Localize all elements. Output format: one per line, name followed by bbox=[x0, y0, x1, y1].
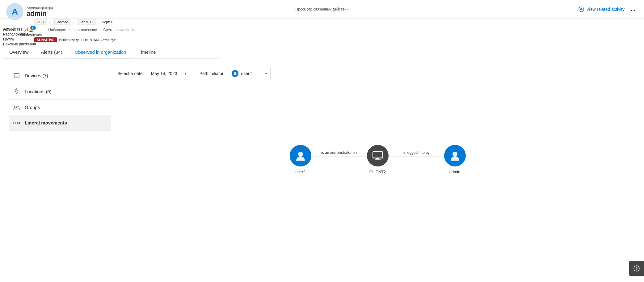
sidebar-item-groups[interactable]: Groups bbox=[9, 100, 111, 115]
graph-node-admin[interactable]: admin bbox=[444, 145, 466, 174]
admin-label: admin bbox=[449, 170, 460, 174]
sidebar-locations-label: Locations (0) bbox=[25, 89, 52, 94]
dept-label: Dept: IT bbox=[102, 20, 114, 24]
user2-circle bbox=[290, 145, 311, 166]
top-right-actions: View related activity ... bbox=[579, 5, 638, 14]
graph-node-user2[interactable]: user2 bbox=[290, 145, 311, 174]
path-user-value: user2 bbox=[241, 71, 252, 76]
location-icon bbox=[13, 88, 20, 95]
admin-icon bbox=[449, 150, 461, 161]
tab-overview[interactable]: Overview bbox=[3, 46, 35, 58]
bg-tab-timeline[interactable]: Временная шкала bbox=[103, 28, 135, 37]
top-center-label: Просмотр связанных действий bbox=[296, 7, 349, 11]
view-related-label: View related activity bbox=[587, 7, 625, 12]
path-filter-group: Path initiator: user2 ▾ bbox=[200, 68, 271, 79]
path-initiator-label: Миниатор пут bbox=[94, 38, 116, 42]
sidebar-groups-label: Groups bbox=[25, 105, 40, 110]
bg-tab-observed-label: Наблюдается в организации bbox=[48, 28, 97, 32]
related-activity-icon bbox=[579, 6, 584, 12]
sidebar-item-lateral[interactable]: Lateral movements bbox=[9, 115, 111, 131]
path-filter-label: Path initiator: bbox=[200, 71, 225, 76]
help-icon: ? bbox=[633, 265, 640, 272]
path-user-avatar bbox=[232, 70, 238, 77]
left-sidebar: Devices (7) Locations (0) Groups bbox=[9, 68, 111, 131]
sidebar-devices-label: Devices (7) bbox=[25, 73, 48, 78]
admin-circle bbox=[444, 145, 466, 166]
edge-logged-into: is logged into by bbox=[389, 150, 444, 157]
tab-timeline[interactable]: Timeline bbox=[132, 46, 162, 58]
user2-label: user2 bbox=[295, 170, 305, 174]
bg-tab-observed[interactable]: Наблюдается в организации bbox=[48, 28, 97, 37]
svg-text:?: ? bbox=[635, 266, 638, 271]
tag-dept: Стран IT bbox=[77, 19, 96, 25]
svg-rect-11 bbox=[376, 158, 379, 159]
user-avatar-icon bbox=[233, 72, 237, 75]
sensitive-bar: SENSITIVE Выберите данные IN Миниатор пу… bbox=[34, 37, 116, 43]
date-filter-label: Select a date: bbox=[117, 71, 144, 76]
sidebar-item-devices[interactable]: Devices (7) bbox=[9, 68, 111, 83]
graph-area: user2 is an administrator on CLIENT2 bbox=[117, 88, 638, 212]
svg-point-8 bbox=[234, 72, 236, 74]
graph-container: user2 is an administrator on CLIENT2 bbox=[290, 145, 466, 174]
filter-row: Select a date: May 14, 2023 ▾ Path initi… bbox=[117, 68, 638, 79]
stat-lateral: Боковые движения bbox=[3, 42, 36, 46]
tags-row: CSO | Contoso | Стран IT | Dept: IT bbox=[34, 19, 114, 25]
client2-circle bbox=[367, 145, 389, 166]
svg-point-1 bbox=[581, 9, 582, 10]
tab-observed[interactable]: Observed in organization bbox=[69, 46, 133, 58]
svg-point-9 bbox=[298, 152, 303, 157]
date-filter-value: May 14, 2023 bbox=[151, 71, 177, 76]
date-filter-select[interactable]: May 14, 2023 ▾ bbox=[147, 69, 190, 78]
client2-icon bbox=[372, 151, 383, 160]
edge-line-2 bbox=[389, 157, 444, 157]
svg-rect-2 bbox=[14, 74, 19, 77]
lateral-icon bbox=[13, 120, 20, 125]
stats-row: Устройства (7) Расположения (0) Группы Б… bbox=[3, 27, 36, 46]
tag-contoso: Contoso bbox=[53, 19, 71, 25]
stat-locations: Расположения (0) bbox=[3, 32, 36, 36]
path-filter-select[interactable]: user2 ▾ bbox=[228, 68, 271, 79]
stat-devices: Устройства (7) bbox=[3, 27, 36, 32]
edge-logged-label: is logged into by bbox=[403, 150, 430, 155]
svg-point-6 bbox=[14, 122, 15, 124]
main-content: Select a date: May 14, 2023 ▾ Path initi… bbox=[117, 68, 638, 276]
laptop-icon bbox=[13, 73, 20, 78]
more-options-button[interactable]: ... bbox=[628, 5, 638, 14]
tab-alerts[interactable]: Alerts (34) bbox=[35, 46, 69, 58]
bg-tab-timeline-label: Временная шкала bbox=[103, 28, 135, 32]
edge-admin-on: is an administrator on bbox=[311, 150, 367, 157]
user2-icon bbox=[295, 150, 306, 161]
date-filter-group: Select a date: May 14, 2023 ▾ bbox=[117, 69, 190, 78]
edge-admin-label: is an administrator on bbox=[321, 150, 357, 155]
svg-rect-10 bbox=[373, 152, 383, 158]
client2-label: CLIENT2 bbox=[369, 170, 386, 174]
graph-node-client2[interactable]: CLIENT2 bbox=[367, 145, 389, 174]
tab-navigation: Overview Alerts (34) Observed in organiz… bbox=[3, 46, 219, 59]
tag-cso: CSO bbox=[34, 19, 47, 25]
bottom-right-button[interactable]: ? bbox=[629, 261, 644, 276]
sidebar-lateral-label: Lateral movements bbox=[25, 120, 67, 125]
edge-line-1 bbox=[311, 157, 367, 157]
view-related-button[interactable]: View related activity bbox=[579, 6, 625, 12]
date-chevron-icon: ▾ bbox=[185, 72, 186, 75]
svg-point-12 bbox=[452, 152, 457, 157]
sidebar-item-locations[interactable]: Locations (0) bbox=[9, 83, 111, 100]
sensitive-detail: Выберите данные IN bbox=[59, 38, 92, 42]
path-chevron-icon: ▾ bbox=[265, 72, 267, 75]
groups-icon bbox=[13, 105, 20, 110]
sensitive-tag: SENSITIVE bbox=[34, 37, 57, 43]
stat-groups: Группы bbox=[3, 37, 36, 41]
top-bar: Просмотр связанных действий View related… bbox=[0, 0, 644, 19]
svg-point-3 bbox=[16, 90, 17, 91]
